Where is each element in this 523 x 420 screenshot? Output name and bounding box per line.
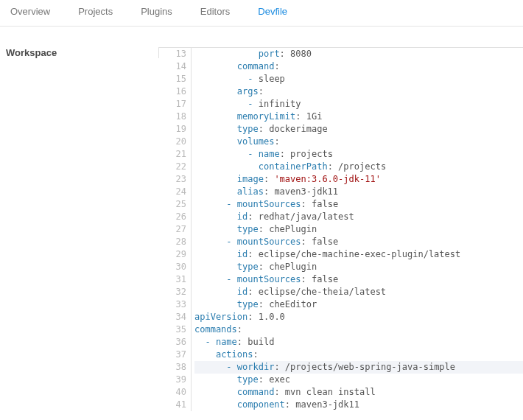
devfile-editor[interactable]: 1314151617181920212223242526272829303132… (158, 47, 523, 58)
code-area[interactable]: port: 8080 command: - sleep args: - infi… (192, 48, 523, 411)
sidebar: Workspace (0, 47, 158, 58)
tab-devfile[interactable]: Devfile (258, 6, 287, 18)
tab-plugins[interactable]: Plugins (141, 6, 172, 18)
tab-bar: Overview Projects Plugins Editors Devfil… (0, 0, 523, 27)
tab-editors[interactable]: Editors (200, 6, 230, 18)
tab-projects[interactable]: Projects (78, 6, 113, 18)
tab-overview[interactable]: Overview (10, 6, 50, 18)
workspace-label: Workspace (6, 47, 158, 58)
line-gutter: 1314151617181920212223242526272829303132… (159, 48, 192, 411)
